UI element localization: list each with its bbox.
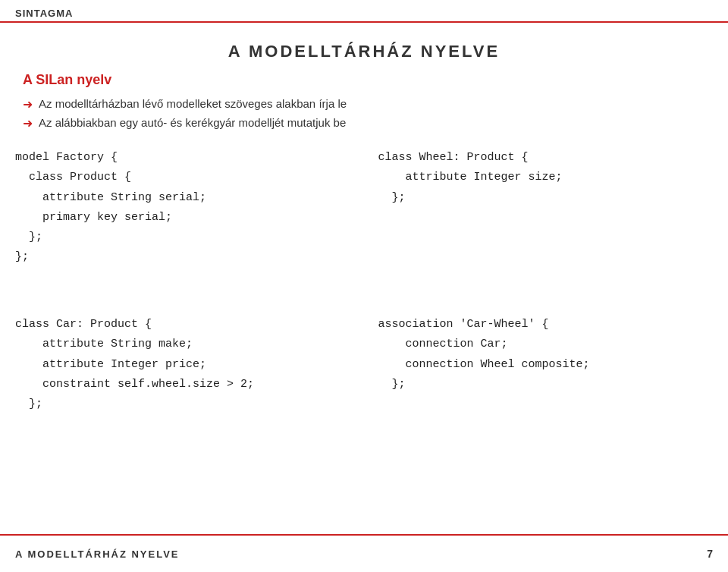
- code-block-left-bottom: class Car: Product { attribute String ma…: [15, 315, 350, 414]
- footer-title: A MODELLTÁRHÁZ NYELVE: [15, 548, 180, 560]
- code-block-left-top: model Factory { class Product { attribut…: [15, 148, 329, 268]
- bullet-text-1: Az modelltárházban lévő modelleket szöve…: [39, 97, 347, 110]
- code-block-right-top: class Wheel: Product { attribute Integer…: [378, 148, 713, 208]
- logo-area: SINTAGMA: [15, 6, 73, 20]
- arrow-icon: ➜: [23, 116, 33, 130]
- page-title: A MODELLTÁRHÁZ NYELVE: [0, 42, 728, 61]
- bullet-list: ➜ Az modelltárházban lévő modelleket szö…: [23, 97, 347, 130]
- code-text-right-top: class Wheel: Product { attribute Integer…: [378, 148, 713, 208]
- logo-text: SINTAGMA: [15, 8, 73, 19]
- code-block-right-bottom: association 'Car-Wheel' { connection Car…: [378, 315, 713, 394]
- list-item: ➜ Az modelltárházban lévő modelleket szö…: [23, 97, 347, 112]
- intro-title: A SILan nyelv: [23, 72, 347, 88]
- arrow-icon: ➜: [23, 97, 33, 112]
- code-text-left-bottom: class Car: Product { attribute String ma…: [15, 315, 350, 414]
- bullet-text-2: Az alábbiakban egy autó- és kerékgyár mo…: [39, 116, 346, 129]
- footer: A MODELLTÁRHÁZ NYELVE 7: [0, 534, 728, 572]
- code-area: model Factory { class Product { attribut…: [15, 148, 713, 526]
- page-number: 7: [707, 548, 713, 560]
- main-title: A MODELLTÁRHÁZ NYELVE: [0, 42, 728, 61]
- code-text-right-bottom: association 'Car-Wheel' { connection Car…: [378, 315, 713, 394]
- intro-section: A SILan nyelv ➜ Az modelltárházban lévő …: [23, 72, 347, 135]
- list-item: ➜ Az alábbiakban egy autó- és kerékgyár …: [23, 116, 347, 130]
- code-text-left-top: model Factory { class Product { attribut…: [15, 148, 329, 268]
- top-line: [0, 21, 728, 23]
